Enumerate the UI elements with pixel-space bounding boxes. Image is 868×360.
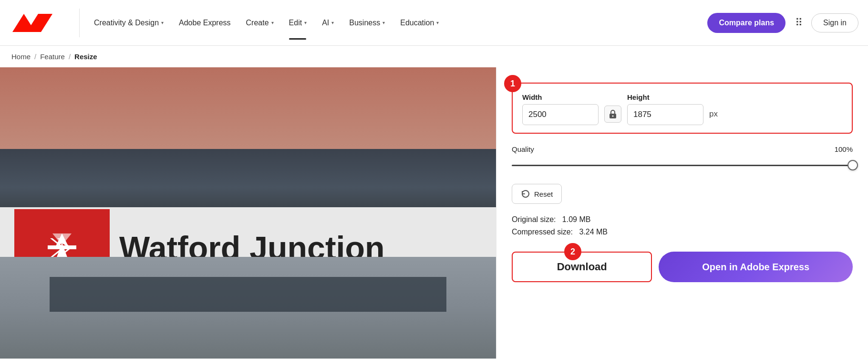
- step-badge-2: 2: [564, 243, 581, 260]
- nav-adobe-express[interactable]: Adobe Express: [172, 15, 238, 31]
- dimensions-row: Width Height px: [522, 93, 842, 125]
- station-image: Watford Junction: [0, 67, 496, 359]
- quality-slider-thumb[interactable]: [847, 160, 858, 170]
- adobe-express-label: Adobe Express: [179, 19, 231, 27]
- reset-button[interactable]: Reset: [512, 184, 562, 204]
- quality-slider-container: [512, 158, 853, 172]
- adobe-logo[interactable]: [10, 14, 72, 32]
- breadcrumb-current: Resize: [74, 53, 97, 61]
- px-unit-label: px: [709, 109, 718, 119]
- original-size-value: 1.09 MB: [562, 215, 591, 223]
- edit-label: Edit: [289, 19, 302, 27]
- nav-divider: [79, 9, 80, 37]
- open-in-adobe-express-button[interactable]: Open in Adobe Express: [659, 252, 853, 282]
- lock-icon-container: [604, 106, 621, 123]
- nav-create[interactable]: Create ▾: [239, 15, 280, 31]
- reset-label: Reset: [534, 190, 553, 198]
- nav-right: Compare plans ⠿ Sign in: [702, 13, 858, 33]
- lock-icon: [609, 109, 617, 119]
- edit-chevron: ▾: [304, 20, 307, 25]
- width-label: Width: [522, 93, 599, 101]
- quality-label: Quality: [512, 145, 534, 153]
- quality-section: Quality 100%: [512, 145, 853, 172]
- main-layout: Watford Junction 1 Width: [0, 67, 868, 359]
- quality-slider-track: [512, 165, 853, 166]
- quality-value: 100%: [835, 145, 853, 153]
- nav-education[interactable]: Education ▾: [393, 15, 445, 31]
- breadcrumb: Home / Feature / Resize: [0, 46, 868, 67]
- breadcrumb-sep-1: /: [34, 53, 36, 61]
- compressed-size-value: 3.24 MB: [579, 228, 608, 236]
- image-panel: Watford Junction: [0, 67, 496, 359]
- glass-strip: [0, 149, 496, 213]
- quality-slider-fill: [512, 165, 853, 166]
- nav-edit[interactable]: Edit ▾: [282, 15, 314, 31]
- compressed-size-row: Compressed size: 3.24 MB: [512, 228, 853, 236]
- download-button[interactable]: Download: [512, 252, 652, 282]
- original-size-label: Original size:: [512, 215, 556, 223]
- ai-chevron: ▾: [331, 20, 334, 25]
- create-label: Create: [246, 19, 269, 27]
- compressed-size-label: Compressed size:: [512, 228, 573, 236]
- original-size-row: Original size: 1.09 MB: [512, 215, 853, 224]
- compare-plans-button[interactable]: Compare plans: [707, 13, 785, 33]
- dimensions-section: 1 Width Height: [512, 83, 853, 134]
- education-chevron: ▾: [436, 20, 439, 25]
- sidebar-panel: 1 Width Height: [496, 67, 868, 359]
- navbar: Creativity & Design ▾ Adobe Express Crea…: [0, 0, 868, 46]
- education-label: Education: [400, 19, 434, 27]
- breadcrumb-home[interactable]: Home: [11, 53, 31, 61]
- svg-point-4: [612, 115, 614, 116]
- creativity-design-label: Creativity & Design: [94, 19, 159, 27]
- action-buttons: 2 Download Open in Adobe Express: [512, 252, 853, 282]
- breadcrumb-sep-2: /: [69, 53, 71, 61]
- nav-items: Creativity & Design ▾ Adobe Express Crea…: [87, 15, 702, 31]
- height-label: Height: [627, 93, 703, 101]
- nav-ai[interactable]: AI ▾: [315, 15, 341, 31]
- width-group: Width: [522, 93, 599, 125]
- width-input[interactable]: [522, 104, 599, 125]
- ai-label: AI: [322, 19, 329, 27]
- sign-in-button[interactable]: Sign in: [811, 13, 858, 32]
- svg-marker-2: [52, 233, 72, 245]
- create-chevron: ▾: [271, 20, 274, 25]
- entrance-glass: [50, 277, 446, 312]
- size-info: Original size: 1.09 MB Compressed size: …: [512, 215, 853, 236]
- step-badge-1: 1: [504, 75, 521, 92]
- height-input[interactable]: [627, 104, 703, 125]
- height-group: Height: [627, 93, 703, 125]
- grid-icon[interactable]: ⠿: [795, 17, 802, 29]
- breadcrumb-feature[interactable]: Feature: [40, 53, 65, 61]
- business-label: Business: [349, 19, 380, 27]
- nav-creativity-design[interactable]: Creativity & Design ▾: [87, 15, 170, 31]
- nav-business[interactable]: Business ▾: [342, 15, 392, 31]
- creativity-design-chevron: ▾: [161, 20, 164, 25]
- lock-button[interactable]: [604, 106, 621, 123]
- quality-header: Quality 100%: [512, 145, 853, 153]
- business-chevron: ▾: [382, 20, 385, 25]
- reset-icon: [521, 189, 530, 199]
